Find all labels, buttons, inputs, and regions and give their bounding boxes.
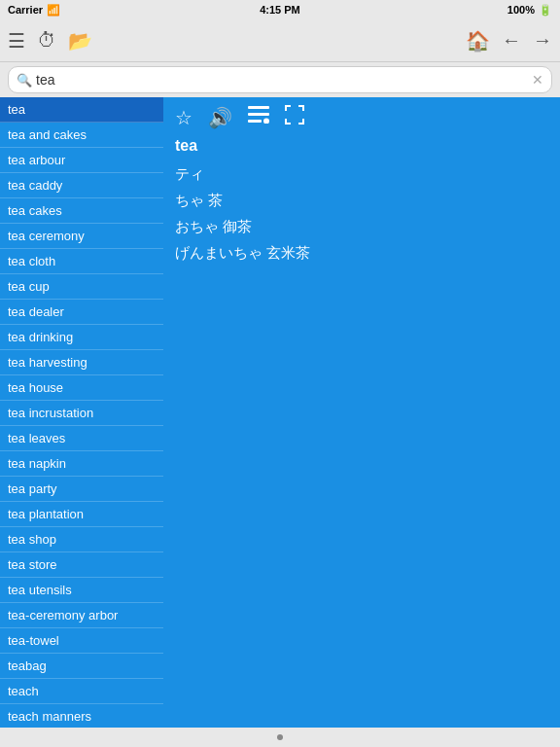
forward-icon[interactable]: → [533,29,552,52]
list-item[interactable]: teach manners [0,704,163,728]
list-item[interactable]: tea incrustation [0,401,163,426]
status-time: 4:15 PM [260,4,300,16]
nav-right: 🏠 ← → [466,29,552,53]
list-item[interactable]: tea plantation [0,502,163,527]
main-content: teatea and cakestea arbourtea caddytea c… [0,97,560,728]
status-right: 100% 🔋 [508,4,552,17]
bookmark-icon[interactable]: 📂 [68,29,92,53]
list-item[interactable]: tea caddy [0,173,163,198]
page-dot [277,734,283,740]
detail-toolbar: ☆ 🔊 [175,105,548,129]
menu-icon[interactable]: ☰ [8,29,25,53]
battery-label: 100% [508,4,535,16]
list-panel: teatea and cakestea arbourtea caddytea c… [0,97,163,728]
list-item[interactable]: tea party [0,477,163,502]
list-item[interactable]: tea cakes [0,198,163,224]
list-item[interactable]: tea and cakes [0,123,163,148]
home-icon[interactable]: 🏠 [466,29,490,53]
translation-line: おちゃ 御茶 [175,213,548,239]
detail-panel: ☆ 🔊 tea ティちゃ 茶おちゃ 御茶げんま [163,97,560,728]
carrier-label: Carrier [8,4,43,16]
list-item[interactable]: tea napkin [0,451,163,477]
list-item[interactable]: tea shop [0,527,163,552]
star-icon[interactable]: ☆ [175,106,192,129]
search-icon: 🔍 [17,73,32,88]
list-item[interactable]: tea drinking [0,325,163,350]
translation-line: ちゃ 茶 [175,187,548,213]
nav-bar: ☰ ⏱ 📂 🏠 ← → [0,19,560,62]
list-item[interactable]: tea [0,97,163,123]
translation-line: ティ [175,160,548,187]
search-input[interactable] [36,72,532,88]
list-item[interactable]: teach [0,679,163,704]
svg-rect-1 [248,113,269,116]
svg-rect-0 [248,106,269,109]
svg-rect-2 [248,120,262,123]
detail-translation: ティちゃ 茶おちゃ 御茶げんまいちゃ 玄米茶 [175,160,548,266]
wifi-icon: 📶 [47,4,60,17]
status-left: Carrier 📶 [8,4,60,17]
svg-point-3 [263,119,269,124]
expand-icon[interactable] [285,105,304,129]
bottom-bar [0,728,560,747]
back-icon[interactable]: ← [502,29,521,52]
battery-icon: 🔋 [539,4,552,17]
list-item[interactable]: tea utensils [0,578,163,603]
nav-left: ☰ ⏱ 📂 [8,29,92,53]
list-item[interactable]: tea-ceremony arbor [0,603,163,628]
history-icon[interactable]: ⏱ [37,29,56,52]
list-item[interactable]: tea cloth [0,249,163,274]
list-item[interactable]: teabag [0,654,163,679]
list-item[interactable]: tea leaves [0,426,163,451]
search-input-wrapper: 🔍 ✕ [8,66,552,93]
list-item[interactable]: tea-towel [0,628,163,654]
list-item[interactable]: tea house [0,375,163,401]
search-clear-button[interactable]: ✕ [532,72,543,88]
list-item[interactable]: tea cup [0,274,163,300]
list-item[interactable]: tea dealer [0,300,163,325]
audio-icon[interactable]: 🔊 [208,106,232,129]
list-item[interactable]: tea ceremony [0,224,163,249]
list-item[interactable]: tea harvesting [0,350,163,375]
detail-word: tea [175,137,548,155]
list-icon[interactable] [248,106,269,128]
list-item[interactable]: tea store [0,552,163,578]
search-bar: 🔍 ✕ [0,62,560,97]
status-bar: Carrier 📶 4:15 PM 100% 🔋 [0,0,560,19]
translation-line: げんまいちゃ 玄米茶 [175,239,548,266]
list-item[interactable]: tea arbour [0,148,163,173]
